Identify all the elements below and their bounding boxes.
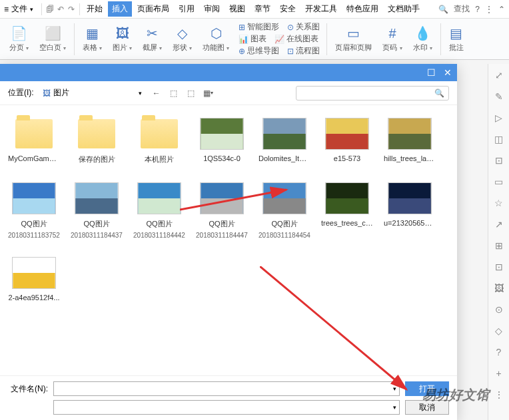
tab-8[interactable]: 开发工具 xyxy=(301,1,341,17)
file-item[interactable]: QQ图片20180311184447 xyxy=(196,180,248,239)
new-folder-icon[interactable]: ⬚ xyxy=(185,87,197,99)
file-item[interactable]: QQ图片20180311184437 xyxy=(71,180,123,239)
svg-rect-3 xyxy=(263,134,305,149)
side-tool-7[interactable]: ↗ xyxy=(493,218,505,230)
ribbon-mini-0[interactable]: ⊞智能图形 xyxy=(239,21,279,33)
file-item[interactable]: 1QS534c-0 xyxy=(196,116,248,164)
file-item[interactable]: 保存的图片 xyxy=(71,116,123,164)
collapse-icon[interactable]: ⌃ xyxy=(498,5,505,14)
side-tool-1[interactable]: ✎ xyxy=(493,91,505,103)
file-open-dialog: ☐ ✕ 位置(I): 🖼 图片 ▾ ← ⬚ ⬚ ▦ ▾ 🔍 MyComGameC… xyxy=(0,64,457,420)
ribbon-mini-4[interactable]: ⊕思维导图 xyxy=(239,45,279,57)
side-tool-3[interactable]: ◫ xyxy=(493,133,505,145)
ribbon-形状[interactable]: ◇形状 ▾ xyxy=(169,19,196,59)
file-item[interactable]: QQ图片20180311184454 xyxy=(258,180,310,239)
dialog-nav: 位置(I): 🖼 图片 ▾ ← ⬚ ⬚ ▦ ▾ 🔍 xyxy=(0,81,457,105)
back-icon[interactable]: ← xyxy=(151,87,163,99)
side-tool-6[interactable]: ☆ xyxy=(493,197,505,209)
side-tool-2[interactable]: ▷ xyxy=(493,112,505,124)
view-icon[interactable]: ▦ ▾ xyxy=(203,87,215,99)
ribbon-mini-3[interactable]: 📈在线图表 xyxy=(274,33,318,45)
close-icon[interactable]: ✕ xyxy=(444,67,452,78)
ribbon-批注[interactable]: ▤批注 xyxy=(445,19,468,59)
tab-0[interactable]: 开始 xyxy=(83,1,107,17)
search-label[interactable]: 查找 xyxy=(454,3,470,15)
dialog-search[interactable]: 🔍 xyxy=(296,86,449,101)
tab-9[interactable]: 特色应用 xyxy=(342,1,382,17)
svg-rect-11 xyxy=(75,198,117,214)
svg-rect-15 xyxy=(201,198,243,214)
tab-6[interactable]: 章节 xyxy=(251,1,274,17)
search-input[interactable] xyxy=(300,89,434,97)
svg-rect-17 xyxy=(263,198,305,214)
file-item[interactable]: MyComGameC... xyxy=(8,116,60,164)
file-item[interactable]: 本机照片 xyxy=(133,116,185,164)
ribbon-截屏[interactable]: ✂截屏 ▾ xyxy=(139,19,166,59)
location-label: 位置(I): xyxy=(8,87,34,99)
ribbon-页码[interactable]: #页码 ▾ xyxy=(378,19,406,59)
file-menu[interactable]: ≡文件▾ xyxy=(4,3,33,15)
svg-rect-19 xyxy=(326,198,368,214)
side-tool-12[interactable]: ◇ xyxy=(493,325,505,337)
filename-input[interactable]: ▾ xyxy=(53,381,400,396)
file-item[interactable]: hills_trees_lands... xyxy=(384,116,436,164)
ribbon: 📄分页 ▾⬜空白页 ▾▦表格 ▾🖼图片 ▾✂截屏 ▾◇形状 ▾⬡功能图 ▾⊞智能… xyxy=(0,19,509,60)
side-tool-11[interactable]: ⊙ xyxy=(493,304,505,315)
ribbon-mini-5[interactable]: ⊡流程图 xyxy=(287,45,320,57)
filename-label: 文件名(N): xyxy=(8,383,48,395)
menu-bar: ≡文件▾ 🗐 ↶ ↷ 开始插入页面布局引用审阅视图章节安全开发工具特色应用文档助… xyxy=(0,0,509,19)
tab-3[interactable]: 引用 xyxy=(175,1,199,17)
file-item[interactable]: QQ图片20180311183752 xyxy=(8,180,60,239)
side-tool-5[interactable]: ▭ xyxy=(493,176,505,188)
side-tool-14[interactable]: + xyxy=(493,367,505,379)
svg-rect-13 xyxy=(138,198,180,214)
side-tool-9[interactable]: ⊡ xyxy=(493,261,505,273)
ribbon-页眉和页脚[interactable]: ▭页眉和页脚 xyxy=(331,19,376,59)
undo-icon[interactable]: ↶ xyxy=(55,4,66,15)
help-icon[interactable]: ? xyxy=(475,5,480,14)
redo-icon[interactable]: ↷ xyxy=(66,4,77,15)
maximize-icon[interactable]: ☐ xyxy=(427,67,436,78)
svg-rect-1 xyxy=(201,134,243,149)
svg-rect-21 xyxy=(388,198,430,214)
tab-1[interactable]: 插入 xyxy=(108,1,132,17)
side-tool-15[interactable]: ⋮ xyxy=(493,389,505,401)
file-list: MyComGameC...保存的图片本机照片1QS534c-0Dolomites… xyxy=(0,105,457,391)
file-item[interactable]: Dolomites_Italy... xyxy=(258,116,310,164)
search-go-icon[interactable]: 🔍 xyxy=(434,89,444,98)
svg-rect-9 xyxy=(13,198,55,214)
up-icon[interactable]: ⬚ xyxy=(168,87,180,99)
save-icon[interactable]: 🗐 xyxy=(45,4,55,15)
file-item[interactable]: e15-573 xyxy=(321,116,373,164)
svg-rect-7 xyxy=(388,134,430,149)
filetype-combo[interactable]: ▾ xyxy=(53,400,400,415)
side-panel: ⤢✎▷◫⊡▭☆↗⊞⊡🖼⊙◇?+⋮ xyxy=(488,64,509,420)
ribbon-水印[interactable]: 💧水印 ▾ xyxy=(409,19,436,59)
more-icon[interactable]: ⋮ xyxy=(485,5,493,14)
dialog-footer: 文件名(N): ▾ 打开 ▾ 取消 xyxy=(0,375,457,420)
dialog-titlebar: ☐ ✕ xyxy=(0,64,457,81)
search-icon[interactable]: 🔍 xyxy=(438,5,448,14)
tab-10[interactable]: 文档助手 xyxy=(384,1,424,17)
ribbon-空白页[interactable]: ⬜空白页 ▾ xyxy=(35,19,70,59)
ribbon-图片[interactable]: 🖼图片 ▾ xyxy=(109,19,136,59)
side-tool-0[interactable]: ⤢ xyxy=(493,69,505,81)
side-tool-8[interactable]: ⊞ xyxy=(493,240,505,252)
file-item[interactable]: 2-a4ea9512f4... xyxy=(8,255,60,302)
file-item[interactable]: u=2132056592... xyxy=(384,180,436,239)
file-item[interactable]: QQ图片20180311184442 xyxy=(133,180,185,239)
tab-5[interactable]: 视图 xyxy=(225,1,249,17)
ribbon-功能图[interactable]: ⬡功能图 ▾ xyxy=(199,19,233,59)
ribbon-分页[interactable]: 📄分页 ▾ xyxy=(5,19,33,59)
ribbon-mini-1[interactable]: ⊙关系图 xyxy=(287,21,320,33)
side-tool-13[interactable]: ? xyxy=(493,346,505,358)
tab-7[interactable]: 安全 xyxy=(276,1,300,17)
location-combo[interactable]: 🖼 图片 ▾ xyxy=(39,85,145,101)
ribbon-mini-2[interactable]: 📊图表 xyxy=(239,33,266,45)
side-tool-4[interactable]: ⊡ xyxy=(493,154,505,166)
tab-2[interactable]: 页面布局 xyxy=(133,1,173,17)
side-tool-10[interactable]: 🖼 xyxy=(493,282,505,294)
tab-4[interactable]: 审阅 xyxy=(200,1,224,17)
ribbon-表格[interactable]: ▦表格 ▾ xyxy=(79,19,106,59)
file-item[interactable]: trees_trees_cre... xyxy=(321,180,373,239)
